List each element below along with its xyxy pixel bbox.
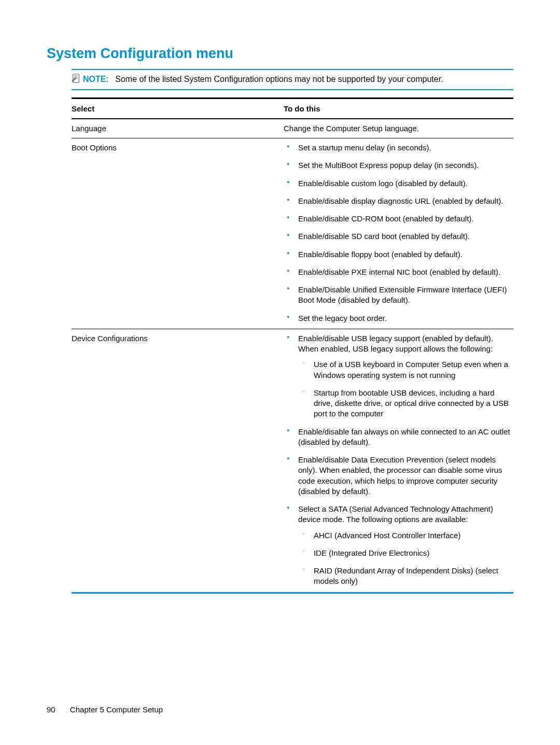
- note-label: NOTE:: [83, 75, 109, 83]
- bullet-item: Enable/disable CD-ROM boot (enabled by d…: [284, 214, 513, 224]
- section-title: System Configuration menu: [47, 46, 513, 62]
- bullet-item: Set the MultiBoot Express popup delay (i…: [284, 160, 513, 171]
- cell-todo: Set a startup menu delay (in seconds). S…: [284, 138, 513, 329]
- bullet-item: Set the legacy boot order.: [284, 313, 513, 324]
- chapter-label: Chapter 5 Computer Setup: [70, 705, 163, 714]
- bullet-item: Enable/Disable Unified Extensible Firmwa…: [284, 285, 513, 306]
- cell-select: Boot Options: [72, 138, 284, 329]
- bullet-item: Enable/disable display diagnostic URL (e…: [284, 196, 513, 206]
- bullet-item: Set a startup menu delay (in seconds).: [284, 143, 513, 153]
- sub-bullet-item: AHCI (Advanced Host Controller Interface…: [298, 530, 513, 541]
- bullet-item: Enable/disable floppy boot (enabled by d…: [284, 249, 513, 260]
- table-row: Device Configurations Enable/disable USB…: [72, 329, 513, 593]
- page-number: 90: [47, 705, 55, 714]
- config-table: Select To do this Language Change the Co…: [72, 97, 513, 594]
- sub-bullet-item: IDE (Integrated Drive Electronics): [298, 548, 513, 558]
- bullet-text: Select a SATA (Serial Advanced Technolog…: [298, 504, 493, 524]
- cell-todo: Enable/disable USB legacy support (enabl…: [284, 329, 513, 593]
- bullet-item: Enable/disable USB legacy support (enabl…: [284, 333, 513, 419]
- bullet-item: Enable/disable SD card boot (enabled by …: [284, 231, 513, 242]
- bullet-item: Enable/disable Data Execution Prevention…: [284, 455, 513, 497]
- bullet-text: Enable/disable USB legacy support (enabl…: [298, 334, 493, 353]
- bullet-item: Enable/disable fan always on while conne…: [284, 427, 513, 448]
- bullet-item: Select a SATA (Serial Advanced Technolog…: [284, 504, 513, 587]
- bullet-item: Enable/disable PXE internal NIC boot (en…: [284, 267, 513, 277]
- note-icon: [72, 73, 81, 85]
- cell-todo: Change the Computer Setup language.: [284, 119, 513, 138]
- sub-bullet-item: RAID (Redundant Array of Independent Dis…: [298, 566, 513, 587]
- note-block: NOTE: Some of the listed System Configur…: [72, 69, 513, 90]
- table-row: Boot Options Set a startup menu delay (i…: [72, 138, 513, 329]
- sub-bullet-item: Startup from bootable USB devices, inclu…: [298, 388, 513, 419]
- sub-bullet-item: Use of a USB keyboard in Computer Setup …: [298, 359, 513, 381]
- cell-select: Device Configurations: [72, 329, 284, 593]
- table-header-select: Select: [72, 98, 284, 119]
- page-footer: 90 Chapter 5 Computer Setup: [47, 705, 163, 714]
- table-row: Language Change the Computer Setup langu…: [72, 119, 513, 138]
- cell-select: Language: [72, 119, 284, 138]
- table-header-todo: To do this: [284, 98, 513, 119]
- note-text: Some of the listed System Configuration …: [115, 75, 443, 83]
- bullet-item: Enable/disable custom logo (disabled by …: [284, 178, 513, 189]
